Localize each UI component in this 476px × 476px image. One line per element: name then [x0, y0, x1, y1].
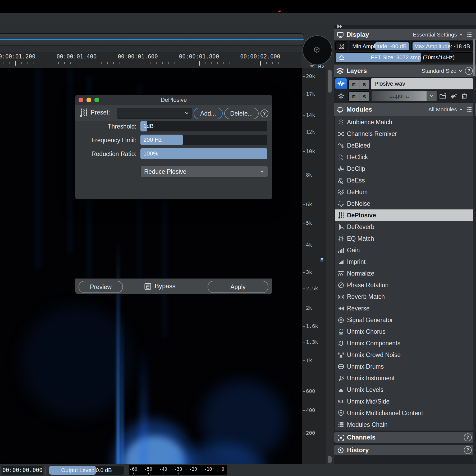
close-button[interactable] [79, 98, 83, 102]
module-item-unmix-chorus[interactable]: Unmix Chorus [335, 326, 475, 338]
ruler-minor-tick [187, 62, 187, 64]
waveform-layer-button[interactable] [335, 78, 347, 89]
layers-size-dropdown[interactable]: Standard Size [422, 68, 463, 74]
modules-section-header[interactable]: Modules All Modules [334, 103, 476, 116]
meter-scale-label: -10 [204, 466, 212, 472]
layers-compare-icon[interactable] [335, 90, 347, 102]
param-slider[interactable]: 100% [140, 148, 267, 159]
module-item-label: DeHum [347, 189, 368, 196]
apply-button[interactable]: Apply [208, 281, 268, 293]
module-item-deess[interactable]: ssDeEss [335, 175, 475, 186]
param-slider[interactable]: 200 Hz [140, 135, 267, 145]
mute-button[interactable]: m [349, 92, 359, 101]
module-item-unmix-crowd-noise[interactable]: Unmix Crowd Noise [335, 349, 475, 361]
module-item-unmix-instrument[interactable]: Unmix Instrument [335, 372, 475, 384]
module-item-unmix-multichannel-content[interactable]: Unmix Multichannel Content [335, 407, 475, 419]
module-item-unmix-mid-side[interactable]: M/SUnmix Mid/Side [335, 396, 475, 408]
module-item-normalize[interactable]: Normalize [335, 268, 475, 280]
fft-size-slider[interactable]: FFT Size: 3072 smp (70ms/14Hz) [335, 52, 473, 62]
panel-scrollbar-thumb[interactable] [473, 39, 475, 76]
module-item-gain[interactable]: Gain [335, 244, 475, 256]
module-item-phase-rotation[interactable]: Phase Rotation [335, 279, 475, 291]
dialog-titlebar[interactable]: DePlosive [75, 95, 272, 105]
module-item-ambience-match[interactable]: Ambience Match [335, 116, 475, 128]
waveform-overview-strip[interactable] [0, 33, 304, 46]
pan-sphere-control[interactable] [303, 35, 332, 65]
module-item-reverb-match[interactable]: Reverb Match [335, 291, 475, 303]
bypass-checkbox-icon[interactable] [144, 282, 152, 291]
add-audio-layer-icon[interactable] [449, 90, 459, 102]
solo-button[interactable]: s [359, 92, 369, 101]
bypass-label[interactable]: Bypass [155, 282, 176, 290]
amplitude-scale-icon[interactable] [335, 41, 347, 51]
minimize-button[interactable] [86, 98, 91, 102]
preview-button[interactable]: Preview [79, 281, 123, 293]
module-item-dehum[interactable]: DeHum [335, 186, 475, 198]
list-menu-icon[interactable] [465, 31, 473, 38]
solo-button[interactable]: s [359, 80, 369, 89]
module-item-eq-match[interactable]: EQ Match [335, 233, 475, 245]
module-item-deplosive[interactable]: DePlosive [335, 209, 475, 221]
list-menu-icon[interactable] [465, 106, 473, 113]
channels-section-header[interactable]: Channels ? [334, 432, 475, 443]
compare-layer-dropdown[interactable]: Laguna [371, 90, 437, 102]
mute-button[interactable]: m [349, 80, 359, 89]
module-item-modules-chain[interactable]: Modules Chain [335, 419, 475, 431]
timeline-ruler[interactable]: 00:00:01.20000:00:01.40000:00:01.60000:0… [0, 52, 301, 68]
output-level-slider[interactable]: Output Level: 0.0 dB [49, 466, 124, 475]
module-item-declip[interactable]: DeClip [335, 163, 475, 175]
module-item-signal-generator[interactable]: Signal Generator [335, 314, 475, 326]
vertical-scrollbar-thumb[interactable] [328, 70, 332, 93]
mode-select[interactable]: Reduce Plosive [140, 166, 268, 177]
preset-select[interactable] [117, 108, 192, 119]
module-item-dereverb[interactable]: DeReverb [335, 221, 475, 233]
right-panel: Display Essential Settings Min Amplitude… [334, 25, 476, 464]
status-bar: 00:00:00.000 Output Level: 0.0 dB -60-50… [0, 464, 476, 476]
module-item-unmix-components[interactable]: Unmix Components [335, 337, 475, 349]
display-preset-dropdown[interactable]: Essential Settings [413, 31, 463, 38]
ruler-minor-tick [181, 62, 181, 64]
module-item-imprint[interactable]: Imprint [335, 256, 475, 268]
zoom-button[interactable] [94, 98, 99, 102]
trash-icon[interactable] [460, 90, 469, 102]
param-slider[interactable]: 1dB [140, 121, 267, 131]
param-label: Threshold: [75, 123, 136, 130]
vertical-scrollbar-end[interactable] [328, 456, 332, 463]
meter-scale-label: 0 [222, 466, 224, 472]
modules-filter-dropdown[interactable]: All Modules [428, 106, 463, 113]
panel-scrollbar[interactable] [473, 39, 475, 462]
module-item-label: DeNoise [347, 200, 370, 207]
module-item-label: Imprint [347, 258, 365, 266]
preset-add-button[interactable]: Add... [194, 108, 223, 119]
layer-file-name[interactable]: Plosive.wav [371, 78, 473, 89]
module-item-unmix-levels[interactable]: Unmix Levels [335, 384, 475, 396]
preset-delete-button[interactable]: Delete... [224, 108, 259, 119]
module-item-label: Unmix Mid/Side [347, 398, 390, 405]
vertical-scrollbar[interactable] [327, 68, 333, 464]
layers-help-icon[interactable]: ? [465, 67, 473, 75]
module-item-label: Normalize [347, 270, 374, 277]
module-item-reverse[interactable]: Reverse [335, 303, 475, 314]
history-help-icon[interactable]: ? [464, 446, 472, 454]
timecode-readout[interactable]: 00:00:00.000 [2, 466, 43, 475]
history-section-header[interactable]: History ? [334, 445, 475, 455]
module-item-declick[interactable]: DeClick [335, 151, 475, 163]
frequency-tick-label: 12k [306, 129, 315, 135]
scale-menu-triangle-icon[interactable] [310, 65, 314, 68]
module-item-unmix-drums[interactable]: Unmix Drums [335, 361, 475, 373]
module-item-channels-remixer[interactable]: Channels Remixer [335, 128, 475, 140]
help-icon[interactable]: ? [260, 109, 268, 117]
layers-section-header[interactable]: Layers Standard Size ? [334, 65, 476, 77]
deplosive-dialog: DePlosive Preset: Add... Delete... ? Thr… [75, 95, 272, 199]
new-layer-icon[interactable] [438, 90, 448, 102]
module-item-denoise[interactable]: DeNoise [335, 198, 475, 210]
min-amplitude-slider[interactable]: Min Amplitude: -90 dB [349, 41, 410, 51]
ruler-minor-tick [150, 62, 150, 64]
levels-icon [335, 386, 347, 393]
max-amplitude-slider[interactable]: Max Amplitude: -18 dB [411, 41, 473, 51]
ruler-minor-tick [95, 62, 95, 64]
channels-help-icon[interactable]: ? [464, 433, 472, 441]
display-section-header[interactable]: Display Essential Settings [334, 29, 476, 40]
module-item-debleed[interactable]: DeBleed [335, 140, 475, 152]
param-value: 1dB [143, 121, 154, 131]
